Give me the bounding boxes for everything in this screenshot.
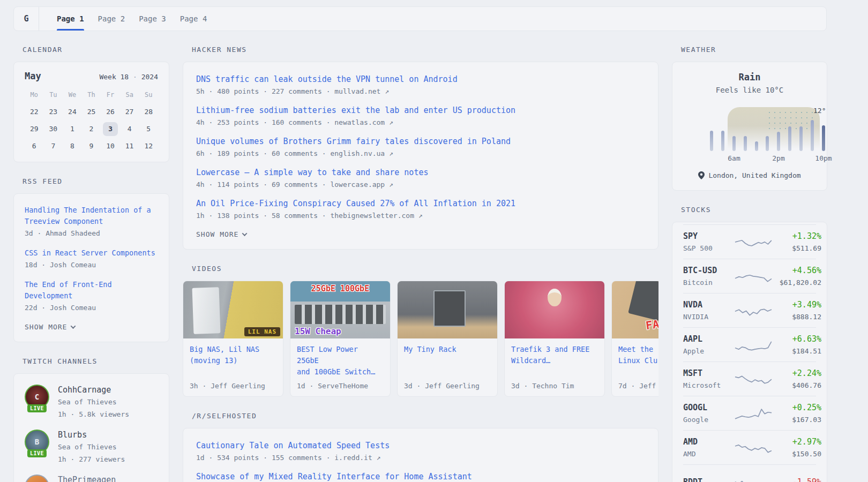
stock-values: +3.49% $888.12 — [772, 299, 821, 322]
video-title[interactable]: BEST Low Power 25GbE and 100GbE Switch… — [297, 344, 384, 378]
video-thumbnail[interactable] — [505, 281, 604, 338]
stock-price: $61,820.02 — [772, 277, 821, 288]
calendar-day: 2 — [82, 120, 101, 137]
rss-item-title[interactable]: Handling The Indentation of a Treeview C… — [25, 205, 158, 227]
stocks-section-title: STOCKS — [681, 206, 827, 214]
stock-sparkline — [735, 440, 772, 455]
rss-item-meta: 22d · Josh Comeau — [25, 302, 158, 313]
weather-bar — [710, 131, 713, 151]
time-label: 6am — [728, 154, 740, 162]
stock-symbol[interactable]: BTC-USD — [683, 265, 735, 276]
stock-symbol[interactable]: NVDA — [683, 299, 735, 310]
video-meta: 3d · Techno Tim — [511, 378, 598, 390]
weekday-label: Su — [139, 88, 158, 103]
middle-column: HACKER NEWS DNS traffic can leak outside… — [183, 46, 659, 482]
twitch-channel-info: Blurbs Sea of Thieves 1h · 277 viewers — [58, 430, 125, 465]
stock-row[interactable]: GOOGL Google +0.25% $167.03 — [683, 396, 816, 430]
stock-change: +1.32% — [772, 231, 821, 242]
stock-symbol[interactable]: GOOGL — [683, 402, 735, 413]
twitch-channel-name[interactable]: ThePrimeagen — [58, 475, 116, 482]
weather-section-title: WEATHER — [681, 46, 827, 54]
twitch-channel-info: ThePrimeagen — [58, 475, 116, 482]
stock-symbol[interactable]: MSFT — [683, 368, 735, 379]
stock-row[interactable]: NVDA NVIDIA +3.49% $888.12 — [683, 293, 816, 327]
stock-symbol[interactable]: AMD — [683, 436, 735, 447]
calendar-day: 26 — [101, 103, 120, 120]
stock-name: Google — [683, 415, 735, 425]
stock-row[interactable]: SPY S&P 500 +1.32% $511.69 — [683, 224, 816, 259]
stock-price: $184.51 — [772, 346, 821, 356]
twitch-avatar-wrap: B LIVE — [25, 430, 49, 454]
page-tab[interactable]: Page 3 — [132, 7, 173, 31]
stock-row[interactable]: MSFT Microsoft +2.24% $406.76 — [683, 362, 816, 396]
stock-row[interactable]: BTC-USD Bitcoin +4.56% $61,820.02 — [683, 259, 816, 293]
calendar-day: 28 — [139, 103, 158, 120]
stock-values: -1.59% — [772, 477, 821, 482]
rss-show-more-button[interactable]: SHOW MORE — [25, 323, 158, 331]
video-title[interactable]: My Tiny Rack — [404, 344, 491, 355]
stock-sparkline — [735, 406, 772, 421]
thumbnail-fade-overlay — [505, 281, 604, 338]
rss-item: The End of Front-End Development 22d · J… — [25, 279, 158, 313]
weekday-label: Tu — [44, 88, 63, 103]
page-tab[interactable]: Page 1 — [50, 7, 91, 31]
twitch-channel-name[interactable]: CohhCarnage — [58, 385, 129, 395]
video-title[interactable]: Traefik 3 and FREE Wildcard… — [511, 344, 598, 366]
video-thumbnail[interactable] — [398, 281, 497, 338]
rss-item-title[interactable]: CSS in React Server Components — [25, 247, 158, 259]
stock-row[interactable]: AAPL Apple +6.63% $184.51 — [683, 327, 816, 362]
thumbnail-overlay-text: FAS — [645, 317, 659, 332]
hn-item: Unique volumes of Brothers Grimm fairy t… — [196, 136, 645, 159]
video-thumbnail[interactable]: 25GbE 100GbE 15W Cheap — [290, 281, 390, 338]
hn-show-more-button[interactable]: SHOW MORE — [196, 230, 645, 238]
stock-symbol[interactable]: SPY — [683, 231, 735, 242]
video-thumbnail[interactable]: LIL NAS — [183, 281, 283, 338]
hn-item-title[interactable]: DNS traffic can leak outside the VPN tun… — [196, 74, 645, 85]
rss-item-meta: 18d · Josh Comeau — [25, 259, 158, 270]
hn-item-title[interactable]: Lowercase – A simple way to take and sha… — [196, 167, 645, 178]
calendar-day: 9 — [82, 138, 101, 154]
show-more-label: SHOW MORE — [196, 230, 238, 238]
hacker-news-widget: DNS traffic can leak outside the VPN tun… — [183, 62, 659, 250]
video-title[interactable]: Big NAS, Lil NAS (moving 13) — [190, 344, 276, 366]
page-tabs: Page 1 Page 2 Page 3 Page 4 — [50, 7, 214, 31]
hn-item: DNS traffic can leak outside the VPN tun… — [196, 74, 645, 97]
video-card: FAS Meet the Linux Clu 7d · Jeff — [611, 281, 659, 397]
weather-location-text: London, United Kingdom — [708, 171, 800, 179]
video-thumbnail[interactable]: FAS — [612, 281, 659, 338]
hn-item-title[interactable]: An Oil Price-Fixing Conspiracy Caused 27… — [196, 198, 645, 209]
calendar-day-number: 26 — [103, 105, 118, 119]
app-logo[interactable]: G — [14, 7, 39, 31]
stock-symbol[interactable]: AAPL — [683, 334, 735, 344]
live-badge: LIVE — [27, 404, 47, 412]
calendar-day: 23 — [44, 103, 63, 120]
calendar-day-number: 22 — [27, 105, 42, 119]
stock-row[interactable]: AMD AMD +2.97% $150.50 — [683, 430, 816, 464]
weather-location: London, United Kingdom — [683, 171, 816, 179]
video-meta: 1d · ServeTheHome — [297, 378, 384, 390]
stock-name: Apple — [683, 346, 735, 356]
thumbnail-overlay-text: 25GbE 100GbE — [290, 284, 390, 293]
calendar-day-number: 29 — [27, 122, 42, 136]
stock-sparkline — [735, 303, 772, 318]
stock-values: +2.24% $406.76 — [772, 368, 821, 390]
stock-change: +2.97% — [772, 436, 821, 447]
video-card: My Tiny Rack 3d · Jeff Geerling — [397, 281, 498, 397]
calendar-day: 11 — [120, 138, 139, 154]
stock-price: $888.12 — [772, 312, 821, 322]
page-tab[interactable]: Page 4 — [173, 7, 214, 31]
hn-item-title[interactable]: Unique volumes of Brothers Grimm fairy t… — [196, 136, 645, 147]
rss-item: Handling The Indentation of a Treeview C… — [25, 205, 158, 239]
page-tab[interactable]: Page 2 — [91, 7, 132, 31]
hn-section-title: HACKER NEWS — [192, 46, 659, 54]
reddit-item-title[interactable]: Cautionary Tale on Automated Speed Tests — [196, 440, 645, 451]
calendar-day-number: 4 — [122, 122, 137, 136]
video-title[interactable]: Meet the Linux Clu — [618, 344, 659, 366]
dashboard: G Page 1 Page 2 Page 3 Page 4 CALENDAR M… — [13, 6, 827, 482]
twitch-channel-name[interactable]: Blurbs — [58, 430, 125, 440]
stock-row[interactable]: RDDT -1.59% — [683, 464, 816, 482]
hn-item-title[interactable]: Lithium-free sodium batteries exit the l… — [196, 105, 645, 116]
stock-symbol[interactable]: RDDT — [683, 477, 735, 482]
reddit-item-title[interactable]: Showcase of my Mixed Reality Interface f… — [196, 471, 645, 482]
rss-item-title[interactable]: The End of Front-End Development — [25, 279, 158, 302]
